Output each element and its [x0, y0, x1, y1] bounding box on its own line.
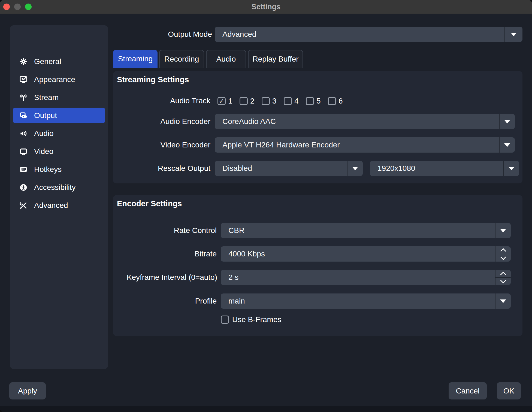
audio-encoder-select[interactable]: CoreAudio AAC: [215, 114, 515, 129]
video-encoder-label: Video Encoder: [129, 137, 210, 153]
sidebar-item-label: Stream: [34, 93, 59, 102]
track-number: 1: [228, 97, 232, 105]
checkbox-unchecked[interactable]: [240, 97, 248, 105]
bitrate-input[interactable]: 4000 Kbps: [221, 246, 511, 262]
sidebar-item-hotkeys[interactable]: Hotkeys: [13, 162, 105, 177]
rescale-output-select[interactable]: Disabled: [215, 161, 363, 176]
apply-button[interactable]: Apply: [9, 382, 46, 399]
checkbox-unchecked[interactable]: [221, 316, 229, 324]
audio-track-2[interactable]: 2: [240, 97, 255, 105]
bitrate-label: Bitrate: [135, 246, 217, 262]
profile-select[interactable]: main: [221, 293, 511, 309]
output-mode-select[interactable]: Advanced: [215, 27, 522, 42]
use-b-frames-option[interactable]: Use B-Frames: [221, 315, 281, 324]
selected-value: Advanced: [222, 30, 256, 39]
streaming-settings-title: Streaming Settings: [117, 75, 189, 84]
sidebar: General Appearance Stream Output Audio: [10, 25, 108, 369]
chevron-down-icon: [499, 137, 515, 153]
monitor-icon: [18, 146, 29, 157]
sidebar-item-advanced[interactable]: Advanced: [13, 198, 105, 213]
checkbox-unchecked[interactable]: [306, 97, 314, 105]
use-b-frames-label: Use B-Frames: [232, 315, 281, 324]
chevron-up-icon[interactable]: [495, 246, 511, 254]
profile-label: Profile: [135, 293, 217, 309]
gear-icon: [18, 56, 29, 67]
sidebar-item-output[interactable]: Output: [13, 108, 105, 123]
checkbox-unchecked[interactable]: [262, 97, 270, 105]
audio-track-3[interactable]: 3: [262, 97, 277, 105]
audio-track-6[interactable]: 6: [328, 97, 343, 105]
field-value: 4000 Kbps: [228, 250, 265, 258]
chevron-up-icon[interactable]: [495, 270, 511, 277]
audio-encoder-label: Audio Encoder: [129, 114, 210, 129]
encoder-settings-title: Encoder Settings: [117, 199, 182, 208]
chevron-down-icon[interactable]: [495, 277, 511, 285]
sidebar-item-video[interactable]: Video: [13, 144, 105, 159]
cancel-button[interactable]: Cancel: [449, 382, 487, 399]
sidebar-item-label: General: [34, 57, 61, 66]
sidebar-item-label: Audio: [34, 129, 54, 138]
broadcast-antenna-icon: [18, 92, 29, 103]
sidebar-item-appearance[interactable]: Appearance: [13, 72, 105, 87]
rate-control-label: Rate Control: [135, 223, 217, 238]
window-title: Settings: [0, 0, 532, 14]
sidebar-item-label: Appearance: [34, 75, 75, 84]
keyframe-interval-label: Keyframe Interval (0=auto): [108, 270, 217, 285]
tab-streaming[interactable]: Streaming: [113, 50, 158, 68]
selected-value: 1920x1080: [377, 164, 415, 173]
chevron-down-icon: [347, 161, 363, 176]
audio-track-4[interactable]: 4: [284, 97, 299, 105]
keyframe-interval-input[interactable]: 2 s: [221, 270, 511, 285]
tab-replay-buffer[interactable]: Replay Buffer: [248, 50, 303, 68]
output-mode-label: Output Mode: [130, 27, 212, 42]
selected-value: CoreAudio AAC: [222, 117, 276, 126]
encoder-settings-group: [113, 195, 522, 336]
rescale-output-label: Rescale Output: [129, 161, 210, 176]
track-number: 2: [250, 97, 255, 105]
tab-audio[interactable]: Audio: [206, 50, 246, 68]
ok-button[interactable]: OK: [497, 382, 521, 399]
screen-record-icon: [18, 110, 29, 121]
sidebar-item-label: Advanced: [34, 201, 68, 210]
tools-icon: [18, 200, 29, 211]
selected-value: CBR: [228, 226, 244, 235]
chevron-down-icon[interactable]: [495, 254, 511, 262]
rate-control-select[interactable]: CBR: [221, 223, 511, 238]
sidebar-item-label: Output: [34, 111, 57, 120]
tab-label: Streaming: [118, 54, 153, 63]
sidebar-item-accessibility[interactable]: Accessibility: [13, 180, 105, 195]
audio-track-5[interactable]: 5: [306, 97, 321, 105]
track-number: 4: [294, 97, 299, 105]
chevron-down-icon: [499, 114, 515, 129]
selected-value: main: [228, 297, 245, 305]
sidebar-item-label: Accessibility: [34, 183, 75, 192]
tab-recording[interactable]: Recording: [159, 50, 204, 68]
tab-label: Recording: [164, 55, 199, 63]
checkbox-checked[interactable]: [217, 97, 226, 105]
keyframe-stepper[interactable]: [495, 270, 511, 285]
chevron-down-icon: [495, 223, 511, 238]
sidebar-item-label: Hotkeys: [34, 165, 62, 174]
rescale-resolution-select[interactable]: 1920x1080: [370, 161, 519, 176]
selected-value: Disabled: [222, 164, 252, 173]
chevron-down-icon: [504, 27, 522, 42]
titlebar[interactable]: Settings: [0, 0, 532, 14]
video-encoder-select[interactable]: Apple VT H264 Hardware Encoder: [215, 137, 515, 153]
sidebar-item-audio[interactable]: Audio: [13, 126, 105, 141]
track-number: 5: [316, 97, 321, 105]
track-number: 3: [272, 97, 277, 105]
tab-label: Replay Buffer: [252, 55, 298, 63]
field-value: 2 s: [228, 273, 238, 282]
track-number: 6: [338, 97, 343, 105]
checkbox-unchecked[interactable]: [328, 97, 336, 105]
speaker-icon: [18, 128, 29, 139]
settings-window: Settings General Appearance Stream Outp: [0, 0, 532, 412]
checkbox-unchecked[interactable]: [284, 97, 292, 105]
selected-value: Apple VT H264 Hardware Encoder: [222, 141, 340, 149]
sidebar-item-stream[interactable]: Stream: [13, 90, 105, 105]
sidebar-item-general[interactable]: General: [13, 54, 105, 69]
bitrate-stepper[interactable]: [495, 246, 511, 262]
audio-track-label: Audio Track: [129, 93, 210, 108]
audio-track-1[interactable]: 1: [217, 97, 232, 105]
accessibility-icon: [18, 182, 29, 193]
